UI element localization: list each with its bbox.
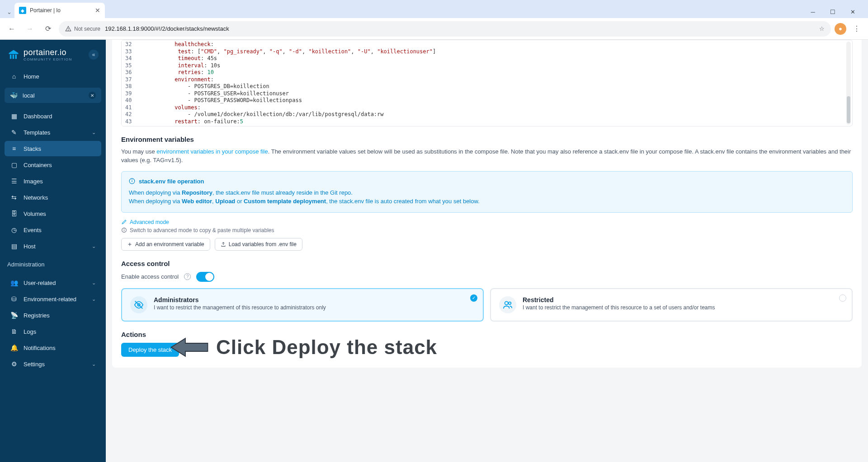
edit-icon: ✎ xyxy=(10,129,18,136)
logo-row: portainer.io COMMUNITY EDITION « xyxy=(5,46,101,68)
window-minimize-button[interactable]: ─ xyxy=(804,5,822,18)
svg-point-7 xyxy=(132,180,132,180)
deploy-stack-button[interactable]: Deploy the stack xyxy=(121,343,179,357)
sidebar: portainer.io COMMUNITY EDITION « ⌂ Home … xyxy=(0,40,106,462)
editor-code[interactable]: healthcheck: test: ["CMD", "pg_isready",… xyxy=(135,40,436,126)
browser-back-button[interactable]: ← xyxy=(5,22,19,36)
sidebar-collapse-button[interactable]: « xyxy=(89,50,99,60)
profile-avatar[interactable]: ● xyxy=(835,23,846,35)
scrollbar-thumb[interactable] xyxy=(847,96,850,123)
chevron-down-icon: ⌄ xyxy=(92,361,96,367)
dashboard-icon: ▦ xyxy=(10,112,18,120)
access-help-button[interactable]: ? xyxy=(184,273,191,280)
card-desc: I want to restrict the management of thi… xyxy=(154,304,326,311)
env-help-text: You may use environment variables in you… xyxy=(121,148,853,165)
insecure-label: Not secure xyxy=(74,26,100,32)
nav-label: Host xyxy=(24,243,36,250)
sidebar-item-environment-related[interactable]: ⛁Environment-related⌄ xyxy=(5,291,101,307)
svg-rect-4 xyxy=(15,55,17,59)
clock-icon: ◷ xyxy=(10,226,18,233)
load-env-file-button[interactable]: Load variables from .env file xyxy=(215,238,302,251)
users-icon: 👥 xyxy=(10,279,18,286)
nav-label: Networks xyxy=(24,194,48,201)
env-close-button[interactable]: ✕ xyxy=(89,92,96,99)
app-root: portainer.io COMMUNITY EDITION « ⌂ Home … xyxy=(0,40,868,462)
nav-label: Events xyxy=(24,227,42,233)
nav-label: Logs xyxy=(24,328,36,335)
list-icon: ☰ xyxy=(10,177,18,185)
share-icon: ⇆ xyxy=(10,194,18,201)
bookmark-button[interactable]: ☆ xyxy=(819,25,825,32)
address-bar[interactable]: Not secure 192.168.1.18:9000/#!/2/docker… xyxy=(59,21,831,37)
layers-icon: ≡ xyxy=(10,145,18,152)
window-close-button[interactable]: ✕ xyxy=(844,5,862,18)
svg-rect-2 xyxy=(10,55,11,59)
sidebar-item-images[interactable]: ☰Images xyxy=(5,173,101,189)
security-indicator[interactable]: Not secure xyxy=(65,26,100,32)
sidebar-item-events[interactable]: ◷Events xyxy=(5,222,101,238)
browser-forward-button[interactable]: → xyxy=(23,22,37,36)
sidebar-item-volumes[interactable]: 🗄Volumes xyxy=(5,206,101,221)
stackenv-info-box: stack.env file operation When deploying … xyxy=(121,171,853,213)
radio-unchecked-icon xyxy=(839,294,846,302)
sidebar-item-notifications[interactable]: 🔔Notifications xyxy=(5,340,101,355)
browser-tab[interactable]: ◆ Portainer | lo ✕ xyxy=(14,3,105,18)
env-heading: Environment variables xyxy=(121,135,853,143)
sidebar-item-user-related[interactable]: 👥User-related⌄ xyxy=(5,275,101,290)
browser-reload-button[interactable]: ⟳ xyxy=(41,22,55,36)
access-card-restricted[interactable]: Restricted I want to restrict the manage… xyxy=(490,288,853,322)
main-content[interactable]: 323334353637383940414243 healthcheck: te… xyxy=(106,40,868,462)
sidebar-environment[interactable]: 🐳 local ✕ xyxy=(5,88,101,103)
warning-icon xyxy=(65,26,71,32)
access-toggle[interactable] xyxy=(196,272,214,282)
sidebar-item-home[interactable]: ⌂ Home xyxy=(5,69,101,84)
env-name: local xyxy=(23,92,35,99)
sidebar-item-containers[interactable]: ▢Containers xyxy=(5,157,101,173)
browser-toolbar: ← → ⟳ Not secure 192.168.1.18:9000/#!/2/… xyxy=(0,18,868,40)
advanced-mode-link[interactable]: Advanced mode xyxy=(121,219,853,225)
editor-scrollbar[interactable] xyxy=(846,42,851,125)
nav-label: Dashboard xyxy=(24,113,52,120)
hard-drive-icon: ⛁ xyxy=(10,295,18,303)
sidebar-item-registries[interactable]: 📡Registries xyxy=(5,308,101,323)
tab-strip: ⌄ ◆ Portainer | lo ✕ ─ ☐ ✕ xyxy=(0,0,868,18)
info-small-icon xyxy=(121,227,127,233)
access-toggle-label: Enable access control xyxy=(121,273,179,280)
settings-icon: ⚙ xyxy=(10,360,18,368)
database-icon: 🗄 xyxy=(10,210,18,217)
sidebar-item-dashboard[interactable]: ▦Dashboard xyxy=(5,108,101,124)
svg-point-16 xyxy=(509,302,511,304)
edit-icon xyxy=(121,219,127,225)
docker-icon: 🐳 xyxy=(10,92,18,99)
sidebar-item-stacks[interactable]: ≡Stacks xyxy=(5,141,101,156)
url-text: 192.168.1.18:9000/#!/2/docker/stacks/new… xyxy=(105,25,229,32)
svg-point-10 xyxy=(124,229,124,229)
bell-icon: 🔔 xyxy=(10,344,18,351)
sidebar-item-templates[interactable]: ✎Templates⌄ xyxy=(5,125,101,140)
nav-label: User-related xyxy=(24,280,56,286)
chevron-down-icon: ⌄ xyxy=(92,130,96,135)
access-card-administrators[interactable]: Administrators I want to restrict the ma… xyxy=(121,288,484,322)
env-docs-link[interactable]: environment variables in your compose fi… xyxy=(156,148,268,155)
info-body-text: When deploying via Repository, the stack… xyxy=(129,188,845,206)
window-controls: ─ ☐ ✕ xyxy=(804,5,864,18)
add-env-var-button[interactable]: Add an environment variable xyxy=(121,238,210,251)
compose-editor[interactable]: 323334353637383940414243 healthcheck: te… xyxy=(121,40,853,126)
browser-chrome: ⌄ ◆ Portainer | lo ✕ ─ ☐ ✕ ← → ⟳ Not sec… xyxy=(0,0,868,40)
nav-label: Containers xyxy=(24,162,52,168)
nav-label: Templates xyxy=(24,129,50,136)
window-maximize-button[interactable]: ☐ xyxy=(824,5,842,18)
card-title: Administrators xyxy=(154,296,326,303)
sidebar-item-logs[interactable]: 🗎Logs xyxy=(5,324,101,339)
sidebar-item-networks[interactable]: ⇆Networks xyxy=(5,190,101,205)
info-icon xyxy=(129,178,135,184)
sidebar-item-settings[interactable]: ⚙Settings⌄ xyxy=(5,356,101,372)
browser-menu-button[interactable]: ⋮ xyxy=(850,24,863,33)
nav-label: Home xyxy=(24,73,39,80)
editor-gutter: 323334353637383940414243 xyxy=(122,40,135,126)
tab-title: Portainer | lo xyxy=(30,7,61,14)
info-title-text: stack.env file operation xyxy=(139,178,204,185)
tab-close-button[interactable]: ✕ xyxy=(95,7,100,14)
tab-search-button[interactable]: ⌄ xyxy=(4,5,14,18)
sidebar-item-host[interactable]: ▤Host⌄ xyxy=(5,238,101,254)
